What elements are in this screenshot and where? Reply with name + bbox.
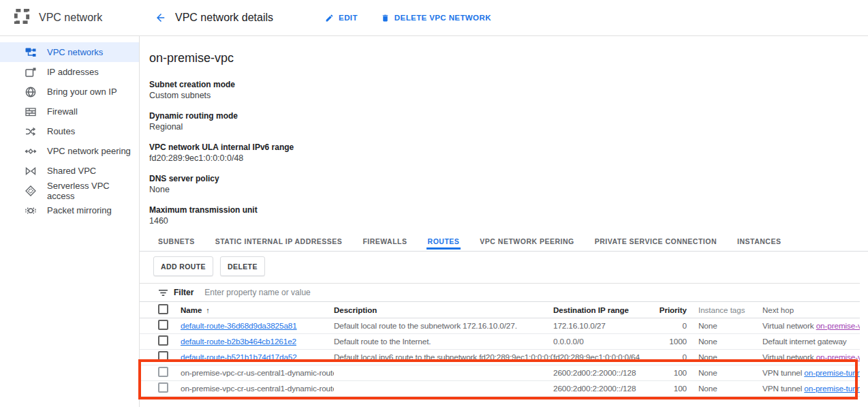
column-header-next-hop: Next hop — [762, 306, 860, 314]
sidebar-item-label: VPC networks — [47, 47, 103, 57]
sidebar-item-packet-mirroring[interactable]: Packet mirroring — [0, 200, 139, 220]
sidebar-item-label: Shared VPC — [47, 166, 96, 176]
network-nodes-icon — [25, 46, 37, 59]
filter-icon — [158, 288, 168, 298]
route-priority: 100 — [654, 368, 687, 378]
sidebar-item-label: Packet mirroring — [47, 205, 112, 215]
route-instance-tags: None — [687, 321, 762, 331]
sidebar-item-serverless-vpc-access[interactable]: Serverless VPC access — [0, 181, 139, 200]
route-priority: 100 — [654, 384, 687, 393]
detail-field: Maximum transmission unit 1460 — [149, 205, 294, 226]
row-checkbox[interactable] — [158, 351, 168, 361]
sidebar-item-vpc-networks[interactable]: VPC networks — [0, 42, 139, 62]
layered-diamond-icon — [25, 185, 37, 197]
sidebar-item-label: Routes — [47, 126, 75, 136]
row-checkbox[interactable] — [158, 367, 168, 377]
next-hop-link[interactable]: on-premise-tunnel0 — [804, 368, 860, 378]
field-value: 1460 — [149, 216, 294, 226]
route-destination: 2600:2d00:2:2000::/128 — [553, 384, 654, 393]
sort-ascending-icon: ↑ — [206, 306, 210, 314]
field-label: Subnet creation mode — [149, 80, 294, 90]
field-value: fd20:289:9ec1:0:0:0:0/48 — [149, 153, 294, 164]
route-next-hop: Virtual network on-premise-vpc — [762, 352, 860, 362]
field-value: None — [149, 185, 294, 195]
trash-icon — [381, 14, 390, 22]
route-instance-tags: None — [687, 368, 762, 378]
sidebar-item-routes[interactable]: Routes — [0, 121, 139, 141]
detail-field: Subnet creation mode Custom subnets — [149, 80, 294, 101]
row-checkbox[interactable] — [158, 320, 168, 330]
table-row: on-premise-vpc-cr-us-central1-dynamic-ro… — [140, 381, 860, 397]
back-button[interactable] — [152, 9, 170, 27]
select-all-checkbox[interactable] — [158, 304, 168, 314]
route-destination: 172.16.10.0/27 — [553, 321, 654, 331]
edit-button-label: EDIT — [339, 14, 358, 22]
sidebar-item-label: Bring your own IP — [47, 87, 117, 97]
route-priority: 0 — [654, 352, 687, 362]
field-label: Maximum transmission unit — [149, 205, 294, 215]
next-hop-link[interactable]: on-premise-vpc — [816, 321, 860, 331]
route-name-link[interactable]: default-route-b521b1b74d17da52 — [181, 352, 297, 362]
sidebar-item-label: Firewall — [47, 106, 78, 117]
route-description: Default local route to the subnetwork 17… — [334, 321, 553, 331]
route-name-link[interactable]: default-route-36d68d9da3825a81 — [181, 321, 297, 331]
next-hop-link[interactable]: on-premise-vpc — [816, 352, 860, 362]
table-row: on-premise-vpc-cr-us-central1-dynamic-ro… — [140, 365, 860, 381]
route-name: on-premise-vpc-cr-us-central1-dynamic-ro… — [181, 368, 334, 378]
product-brand: VPC network — [0, 7, 140, 28]
tab-vpc-network-peering[interactable]: VPC NETWORK PEERING — [478, 235, 575, 250]
table-row: default-route-36d68d9da3825a81 Default l… — [140, 318, 860, 334]
row-checkbox[interactable] — [158, 382, 168, 393]
route-destination: fd20:289:9ec1:0:0:0:0/64 — [553, 352, 654, 362]
routes-toolbar: ADD ROUTE DELETE — [153, 256, 265, 276]
tab-subnets[interactable]: SUBNETS — [157, 235, 196, 250]
table-header-row: Name↑ Description Destination IP range P… — [140, 301, 860, 318]
mirror-bars-icon — [25, 205, 37, 217]
route-next-hop: Virtual network on-premise-vpc — [762, 321, 860, 331]
row-checkbox[interactable] — [158, 335, 168, 346]
ip-card-icon — [25, 66, 37, 78]
routes-table: Name↑ Description Destination IP range P… — [140, 301, 860, 397]
route-next-hop: VPN tunnel on-premise-tunnel-1 — [762, 384, 860, 393]
sidebar-item-firewall[interactable]: Firewall — [0, 102, 139, 121]
tab-instances[interactable]: INSTANCES — [736, 235, 782, 250]
detail-field: VPC network ULA internal IPv6 range fd20… — [149, 142, 294, 164]
add-route-button[interactable]: ADD ROUTE — [153, 256, 213, 276]
vpc-network-logo-icon — [13, 7, 31, 28]
tab-bar: SUBNETS STATIC INTERNAL IP ADDRESSES FIR… — [140, 235, 868, 252]
column-header-destination-ip-range[interactable]: Destination IP range — [553, 306, 654, 314]
field-label: VPC network ULA internal IPv6 range — [149, 142, 294, 153]
field-label: Dynamic routing mode — [149, 111, 294, 121]
route-name-link[interactable]: default-route-b2b3b464cb1261e2 — [181, 337, 296, 346]
route-priority: 0 — [654, 321, 687, 331]
column-header-description[interactable]: Description — [334, 306, 553, 314]
tab-firewalls[interactable]: FIREWALLS — [361, 235, 408, 250]
next-hop-link[interactable]: on-premise-tunnel-1 — [804, 384, 860, 393]
route-destination: 0.0.0.0/0 — [553, 337, 654, 346]
sidebar-item-bring-your-own-ip[interactable]: Bring your own IP — [0, 82, 139, 102]
tab-routes[interactable]: ROUTES — [427, 235, 461, 250]
column-header-name[interactable]: Name↑ — [181, 306, 334, 314]
route-priority: 1000 — [654, 337, 687, 346]
gcp-console: VPC network VPC network details EDIT DEL… — [0, 0, 868, 407]
edit-button[interactable]: EDIT — [325, 14, 358, 22]
route-destination: 2600:2d00:2:2000::/128 — [553, 368, 654, 378]
sidebar-item-vpc-network-peering[interactable]: VPC network peering — [0, 141, 139, 161]
table-row: default-route-b521b1b74d17da52 Default l… — [140, 350, 860, 365]
delete-route-button[interactable]: DELETE — [220, 256, 265, 276]
bowtie-icon — [25, 165, 37, 177]
tab-private-service-connection[interactable]: PRIVATE SERVICE CONNECTION — [593, 235, 718, 250]
sidebar-item-shared-vpc[interactable]: Shared VPC — [0, 161, 139, 181]
field-label: DNS server policy — [149, 174, 294, 184]
sidebar-item-ip-addresses[interactable]: IP addresses — [0, 62, 139, 82]
column-header-priority[interactable]: Priority — [654, 306, 687, 314]
globe-icon — [25, 86, 37, 98]
filter-bar: Filter — [140, 283, 860, 301]
delete-vpc-network-button[interactable]: DELETE VPC NETWORK — [381, 14, 491, 22]
route-name: on-premise-vpc-cr-us-central1-dynamic-ro… — [181, 384, 334, 393]
filter-input[interactable] — [203, 287, 860, 298]
tab-static-internal-ip-addresses[interactable]: STATIC INTERNAL IP ADDRESSES — [214, 235, 344, 250]
route-next-hop: VPN tunnel on-premise-tunnel0 — [762, 368, 860, 378]
detail-field: DNS server policy None — [149, 174, 294, 195]
page-title: VPC network details — [175, 12, 273, 24]
